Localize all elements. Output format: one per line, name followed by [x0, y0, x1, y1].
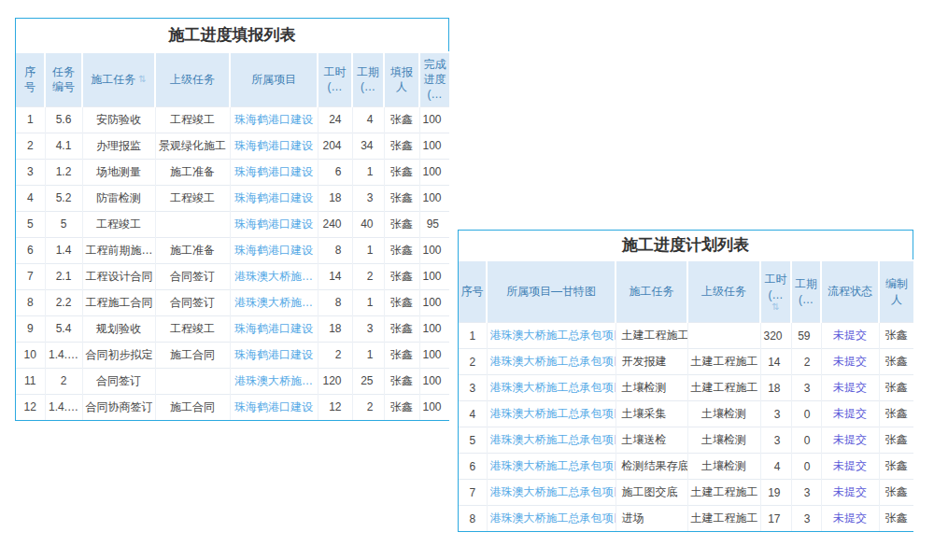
flow-status-link[interactable]: 未提交: [833, 329, 867, 342]
sort-icon[interactable]: ⇅: [138, 74, 146, 84]
project-link[interactable]: 港珠澳大桥施工总承包项目: [490, 433, 616, 446]
table-cell: 0: [791, 454, 821, 480]
table-cell: 工程设计合同: [82, 263, 155, 289]
progress-plan-title: 施工进度计划列表: [459, 231, 913, 259]
sort-icon[interactable]: ⇅: [762, 302, 789, 312]
table-cell: 工程竣工: [155, 315, 230, 342]
table-row: 2港珠澳大桥施工总承包项目开发报建土建工程施工142未提交张鑫: [459, 349, 913, 375]
table-cell: 未提交: [821, 401, 879, 427]
column-header-0: 序 号: [16, 52, 45, 106]
table-cell: 张鑫: [879, 427, 913, 454]
table-cell: 施工合同: [155, 342, 230, 368]
table-row: 1港珠澳大桥施工总承包项目土建工程施工32059未提交张鑫: [459, 323, 913, 349]
project-link[interactable]: 港珠澳大桥施工总承包项目: [490, 381, 616, 394]
project-link[interactable]: 珠海鹤港口建设: [234, 165, 313, 178]
table-cell: 张鑫: [879, 506, 913, 532]
table-cell: 100: [419, 185, 449, 211]
table-cell: 工程竣工: [82, 211, 155, 237]
flow-status-link[interactable]: 未提交: [833, 355, 867, 368]
table-row: 55工程竣工珠海鹤港口建设24040张鑫95: [16, 211, 449, 237]
table-cell: 土建工程施工: [687, 480, 760, 506]
project-link[interactable]: 港珠澳大桥施工总承包项目: [490, 329, 616, 342]
table-cell: 未提交: [821, 480, 879, 506]
table-cell: 张鑫: [384, 159, 419, 185]
project-link[interactable]: 珠海鹤港口建设: [234, 400, 313, 413]
column-header-8: 完成 进度 (…: [419, 52, 449, 106]
table-cell: 施工图交底: [616, 480, 687, 506]
project-link[interactable]: 港珠澳大桥施工总承包项目: [490, 407, 616, 420]
column-header-label: 完成 进度 (…: [424, 57, 446, 103]
project-link[interactable]: 珠海鹤港口建设: [234, 191, 313, 204]
table-cell: 工程竣工: [155, 106, 230, 133]
table-cell: 100: [419, 315, 449, 342]
project-link[interactable]: 珠海鹤港口建设: [234, 139, 313, 152]
table-cell: 张鑫: [384, 133, 419, 159]
project-link[interactable]: 港珠澳大桥施工总承包项目: [490, 355, 616, 368]
table-cell: 2.1: [45, 263, 82, 289]
table-row: 72.1工程设计合同合同签订港珠澳大桥施…142张鑫100: [16, 263, 449, 289]
table-cell: 0: [791, 427, 821, 454]
table-cell: 2: [352, 263, 384, 289]
table-cell: 3: [791, 506, 821, 532]
table-cell: 24: [318, 106, 352, 133]
column-header-2[interactable]: 施工任务⇅: [82, 52, 155, 106]
flow-status-link[interactable]: 未提交: [833, 433, 867, 446]
project-link[interactable]: 港珠澳大桥施…: [234, 270, 313, 283]
column-header-label: 填报 人: [390, 64, 413, 94]
project-link[interactable]: 港珠澳大桥施…: [234, 296, 313, 309]
table-cell: 1.4.…: [45, 342, 82, 368]
table-cell: 1: [459, 323, 487, 349]
table-cell: 港珠澳大桥施工总承包项目: [487, 480, 616, 506]
flow-status-link[interactable]: 未提交: [833, 485, 867, 498]
flow-status-link[interactable]: 未提交: [833, 459, 867, 472]
column-header-7: 填报 人: [384, 52, 419, 106]
progress-report-title: 施工进度填报列表: [16, 19, 448, 51]
column-header-3: 上级任务: [687, 260, 760, 323]
table-cell: 张鑫: [384, 263, 419, 289]
flow-status-link[interactable]: 未提交: [833, 511, 867, 525]
flow-status-link[interactable]: 未提交: [833, 407, 867, 420]
column-header-label: 序号: [461, 284, 484, 299]
project-link[interactable]: 珠海鹤港口建设: [234, 217, 313, 231]
table-cell: 张鑫: [384, 342, 419, 368]
project-link[interactable]: 港珠澳大桥施工总承包项目: [490, 459, 616, 472]
table-cell: [155, 211, 230, 237]
column-header-6: 工期 (…: [352, 52, 384, 106]
table-cell: 工程前期施…: [82, 237, 155, 263]
project-link[interactable]: 珠海鹤港口建设: [234, 348, 313, 361]
header-row: 序号所属项目—甘特图施工任务上级任务工时 (…⇅工期 (…流程状态编制 人: [459, 260, 913, 323]
column-header-7: 编制 人: [879, 260, 913, 323]
table-row: 4港珠澳大桥施工总承包项目土壤采集土壤检测30未提交张鑫: [459, 401, 913, 427]
table-cell: 240: [318, 211, 352, 237]
table-cell: 4.1: [45, 133, 82, 159]
table-cell: 港珠澳大桥施…: [230, 289, 318, 315]
table-cell: 张鑫: [879, 323, 913, 349]
table-cell: 港珠澳大桥施工总承包项目: [487, 375, 616, 401]
column-header-label: 编制 人: [885, 276, 908, 306]
table-cell: 合同签订: [82, 368, 155, 394]
project-link[interactable]: 珠海鹤港口建设: [234, 244, 313, 257]
table-row: 24.1办理报监景观绿化施工珠海鹤港口建设20434张鑫100: [16, 133, 449, 159]
table-cell: 100: [419, 368, 449, 394]
table-cell: 2: [318, 342, 352, 368]
table-cell: 土壤送检: [616, 427, 687, 454]
table-cell: 张鑫: [384, 289, 419, 315]
column-header-3: 上级任务: [155, 52, 230, 106]
table-cell: 珠海鹤港口建设: [230, 133, 318, 159]
project-link[interactable]: 珠海鹤港口建设: [234, 113, 313, 126]
table-cell: 7: [459, 480, 487, 506]
flow-status-link[interactable]: 未提交: [833, 381, 867, 394]
table-cell: 港珠澳大桥施工总承包项目: [487, 349, 616, 375]
project-link[interactable]: 珠海鹤港口建设: [234, 322, 313, 335]
table-cell: 59: [791, 323, 821, 349]
table-cell: 张鑫: [384, 185, 419, 211]
table-cell: 张鑫: [384, 237, 419, 263]
column-header-4[interactable]: 工时 (…⇅: [760, 260, 791, 323]
table-cell: 未提交: [821, 375, 879, 401]
project-link[interactable]: 港珠澳大桥施工总承包项目: [490, 511, 616, 525]
table-row: 3港珠澳大桥施工总承包项目土壤检测土建工程施工183未提交张鑫: [459, 375, 913, 401]
project-link[interactable]: 港珠澳大桥施工总承包项目: [490, 485, 616, 498]
table-cell: 204: [318, 133, 352, 159]
project-link[interactable]: 港珠澳大桥施…: [234, 374, 313, 387]
table-cell: 5: [459, 427, 487, 454]
